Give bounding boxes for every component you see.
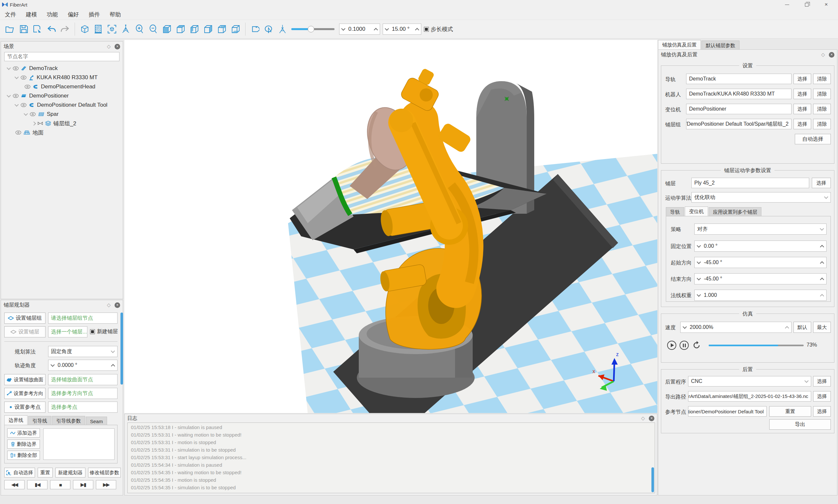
set-layup-surface-button[interactable]: 设置铺放曲面	[4, 374, 46, 385]
close-panel-icon[interactable]: ×	[114, 44, 120, 50]
reset-button[interactable]: 重置	[38, 468, 53, 478]
expander-icon[interactable]	[6, 93, 11, 97]
step-forward-button[interactable]: ▶▮	[73, 480, 93, 489]
visibility-eye-icon[interactable]	[13, 94, 19, 98]
ply-group-select-button[interactable]: 选择	[794, 119, 811, 129]
speed-spinner[interactable]: 2000.00%	[680, 322, 791, 333]
close-panel-icon[interactable]: ×	[649, 416, 654, 421]
planning-algo-dropdown[interactable]: 固定角度	[48, 346, 118, 357]
tag-button[interactable]	[248, 22, 262, 36]
rotate-select-button[interactable]	[262, 22, 275, 36]
node-search-input[interactable]	[4, 52, 120, 61]
new-ply-checkbox[interactable]	[90, 329, 95, 334]
ply-group-clear-button[interactable]: 清除	[813, 119, 831, 129]
positioner-select-button[interactable]: 选择	[794, 104, 811, 114]
menu-preferences[interactable]: 偏好	[63, 10, 84, 19]
tab-track[interactable]: 导轨	[666, 207, 684, 217]
settings-auto-select-button[interactable]: 自动选择	[795, 134, 831, 144]
set-ref-direction-button[interactable]: 设置参考方向	[4, 388, 46, 399]
sim-play-button[interactable]	[667, 341, 676, 350]
fast-forward-button[interactable]: ▶▶	[96, 480, 116, 489]
menu-modeling[interactable]: 建模	[21, 10, 42, 19]
track-select-button[interactable]: 选择	[794, 74, 811, 84]
tab-layup-sim-post[interactable]: 铺放仿真及后置	[658, 40, 701, 50]
step-angle-spinner[interactable]: 15.00 °	[383, 23, 421, 35]
view-cube-back-button[interactable]	[215, 22, 229, 36]
save-as-button[interactable]	[31, 22, 44, 36]
fast-backward-button[interactable]: ◀◀	[4, 480, 24, 489]
post-program-dropdown[interactable]: CNC	[688, 376, 811, 386]
step-mode-toggle[interactable]: 步长模式	[424, 25, 453, 33]
visibility-eye-icon[interactable]	[21, 76, 26, 79]
viewport-3d[interactable]: x z	[124, 40, 657, 413]
undo-button[interactable]	[44, 22, 58, 36]
view-cube-bottom-button[interactable]	[229, 22, 243, 36]
tree-item-ply-group[interactable]: 铺层组_2	[4, 119, 122, 128]
ref-node-field[interactable]: ositioner/DemoPositioner Default Tool	[688, 406, 767, 417]
step-backward-button[interactable]: ▮◀	[27, 480, 48, 489]
fit-view-button[interactable]	[105, 22, 119, 36]
zoom-in-button[interactable]	[132, 22, 146, 36]
expander-icon[interactable]	[14, 75, 19, 79]
menu-file[interactable]: 文件	[0, 10, 21, 19]
expander-icon[interactable]	[6, 66, 11, 70]
layup-surface-field[interactable]: 选择铺放曲面节点	[48, 374, 118, 385]
set-ply-button[interactable]: 设置铺层	[4, 326, 46, 338]
tab-default-ply-params[interactable]: 默认铺层参数	[701, 40, 739, 50]
kinematics-algo-dropdown[interactable]: 优化联动	[691, 192, 831, 202]
axis-tower-button[interactable]	[275, 22, 289, 36]
robot-select-button[interactable]: 选择	[794, 89, 811, 99]
log-list[interactable]: 01/02/25 15:53:18 I - simulation is paus…	[127, 422, 655, 493]
tree-item-demotrack[interactable]: DemoTrack	[4, 64, 122, 73]
visibility-eye-icon[interactable]	[30, 112, 36, 116]
speed-default-button[interactable]: 默认	[794, 322, 811, 333]
delete-boundary-button[interactable]: 删除边界	[7, 439, 40, 449]
visibility-eye-icon[interactable]	[13, 67, 19, 70]
visibility-eye-icon[interactable]	[15, 130, 21, 134]
ref-point-field[interactable]: 选择参考点	[48, 401, 118, 413]
expander-icon[interactable]	[14, 103, 19, 107]
ply-select-button[interactable]: 选择	[812, 178, 831, 188]
float-panel-icon[interactable]: ◇	[107, 43, 111, 50]
sim-progress-track[interactable]	[709, 345, 804, 346]
tree-item-demopositioner[interactable]: DemoPositioner	[4, 91, 122, 101]
boundary-list[interactable]	[43, 428, 114, 460]
view-cube-front-button[interactable]	[160, 22, 174, 36]
post-program-select-button[interactable]: 选择	[813, 376, 831, 386]
tab-guide-lines[interactable]: 引导线	[28, 416, 51, 426]
menu-function[interactable]: 功能	[42, 10, 63, 19]
set-ref-point-button[interactable]: 设置参考点	[4, 401, 46, 413]
zoom-out-button[interactable]	[146, 22, 160, 36]
new-planner-button[interactable]: 新建规划器	[55, 468, 86, 478]
viewport-canvas[interactable]: x z	[124, 40, 657, 413]
ref-node-select-button[interactable]: 选择	[813, 406, 831, 417]
modify-ply-params-button[interactable]: 修改铺层参数	[88, 468, 121, 478]
add-boundary-button[interactable]: 添加边界	[7, 428, 40, 437]
positioner-clear-button[interactable]: 清除	[813, 104, 831, 114]
tree-item-spar[interactable]: Spar	[4, 110, 122, 119]
view-cube-top-button[interactable]	[174, 22, 188, 36]
export-path-select-button[interactable]: 选择	[813, 391, 831, 401]
strategy-dropdown[interactable]: 对齐	[694, 223, 826, 235]
view-cube-right-button[interactable]	[201, 22, 215, 36]
save-button[interactable]	[17, 22, 31, 36]
view-cube-left-button[interactable]	[188, 22, 201, 36]
expander-collapsed-icon[interactable]	[32, 122, 36, 126]
menu-help[interactable]: 帮助	[105, 10, 126, 19]
robot-clear-button[interactable]: 清除	[813, 89, 831, 99]
tree-item-default-tool[interactable]: DemoPositioner Default Tool	[4, 101, 122, 110]
step-mode-checkbox[interactable]	[424, 27, 429, 32]
ply-group-node-field[interactable]: 请选择铺层组节点	[48, 312, 118, 324]
menu-plugins[interactable]: 插件	[84, 10, 105, 19]
sim-pause-button[interactable]	[680, 341, 689, 350]
export-path-field[interactable]: erArt\Data/Laminates\铺层组_2-2025-01-02-15…	[688, 391, 811, 401]
ref-node-reset-button[interactable]: 重置	[769, 406, 811, 417]
close-panel-icon[interactable]: ×	[829, 52, 834, 58]
normal-weight-spinner[interactable]: 1.000	[694, 290, 826, 301]
tree-item-placement-head[interactable]: DemoPlacementHead	[4, 82, 122, 91]
tab-boundary-lines[interactable]: 边界线	[4, 415, 28, 426]
redo-button[interactable]	[58, 22, 72, 36]
speed-slider[interactable]	[291, 28, 335, 30]
positioner-field[interactable]: DemoPositioner	[686, 104, 791, 114]
log-scrollbar[interactable]	[652, 467, 654, 492]
